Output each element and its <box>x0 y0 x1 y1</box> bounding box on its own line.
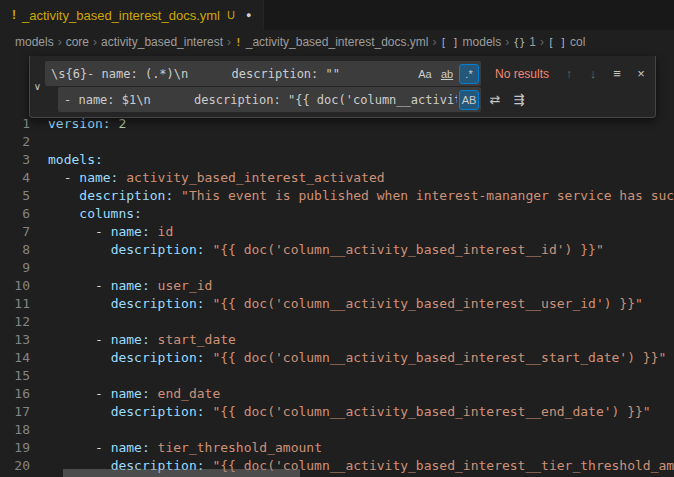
editor-tab[interactable]: ! _activity_based_interest_docs.yml U ● <box>0 0 264 30</box>
line-number: 7 <box>0 223 30 241</box>
line-number: 5 <box>0 187 30 205</box>
line-number: 8 <box>0 241 30 259</box>
whole-word-toggle[interactable]: ab <box>437 64 457 84</box>
breadcrumb-item[interactable]: !_activity_based_interest_docs.yml <box>235 35 428 49</box>
tab-bar: ! _activity_based_interest_docs.yml U ● <box>0 0 674 30</box>
breadcrumb-label: col <box>570 35 585 49</box>
breadcrumb-item[interactable]: models <box>15 35 54 49</box>
replace-all-button[interactable]: ⇶ <box>509 89 529 110</box>
breadcrumb-label: 1 <box>529 35 536 49</box>
preserve-case-toggle[interactable]: AB <box>459 90 479 110</box>
find-nav-icons: ↑ ↓ ≡ × <box>555 63 651 84</box>
code-line[interactable]: description: "This event is published wh… <box>48 187 674 205</box>
line-number: 6 <box>0 205 30 223</box>
breadcrumb-label: core <box>66 35 89 49</box>
find-in-selection-button[interactable]: ≡ <box>607 63 627 84</box>
breadcrumb-item[interactable]: activity_based_interest <box>101 35 223 49</box>
code-line[interactable]: models: <box>48 151 674 169</box>
line-number: 17 <box>0 403 30 421</box>
breadcrumb-separator: › <box>540 35 544 49</box>
find-widget-rows: \s{6}- name: (.*)\n description: "" Aa a… <box>45 56 655 117</box>
replace-input[interactable]: - name: $1\n description: "{{ doc('colum… <box>58 87 481 112</box>
breadcrumb-label: models <box>463 35 502 49</box>
unsaved-changes-dot-icon[interactable]: ● <box>246 10 251 20</box>
warning-icon: ! <box>12 8 16 22</box>
code-line[interactable]: - name: user_id <box>48 277 674 295</box>
code-line[interactable]: description: "{{ doc('column__activity_b… <box>48 241 674 259</box>
replace-row: - name: $1\n description: "{{ doc('colum… <box>45 87 651 112</box>
find-input[interactable]: \s{6}- name: (.*)\n description: "" Aa a… <box>45 61 481 86</box>
breadcrumb-item[interactable]: core <box>66 35 89 49</box>
horizontal-scrollbar[interactable] <box>63 469 300 477</box>
code-line[interactable] <box>48 367 674 385</box>
close-button[interactable]: × <box>631 63 651 84</box>
vscode-window: ! _activity_based_interest_docs.yml U ● … <box>0 0 674 477</box>
match-case-toggle[interactable]: Aa <box>415 64 435 84</box>
line-number: 2 <box>0 133 30 151</box>
breadcrumb-label: activity_based_interest <box>101 35 223 49</box>
code-line[interactable]: - name: id <box>48 223 674 241</box>
replace-text: - name: $1\n description: "{{ doc('colum… <box>64 93 457 107</box>
array-icon: [ ] <box>548 37 566 48</box>
code-line[interactable]: - name: start_date <box>48 331 674 349</box>
next-match-button[interactable]: ↓ <box>583 63 603 84</box>
line-number: 10 <box>0 277 30 295</box>
code-lines[interactable]: version: 2models: - name: activity_based… <box>48 115 674 475</box>
line-number: 14 <box>0 349 30 367</box>
breadcrumb-separator: › <box>227 35 231 49</box>
object-icon: {} <box>513 37 525 48</box>
breadcrumb-separator: › <box>93 35 97 49</box>
line-number: 4 <box>0 169 30 187</box>
chevron-down-icon: ∨ <box>34 81 41 92</box>
find-replace-widget: ∨ \s{6}- name: (.*)\n description: "" Aa… <box>29 56 656 118</box>
code-line[interactable]: description: "{{ doc('column__activity_b… <box>48 349 674 367</box>
regex-toggle[interactable]: .* <box>459 64 479 84</box>
toggle-replace-chevron-icon[interactable]: ∨ <box>30 56 45 117</box>
breadcrumb-item[interactable]: [ ]models <box>441 35 502 49</box>
replace-button[interactable]: ⇄ <box>485 89 505 110</box>
find-row: \s{6}- name: (.*)\n description: "" Aa a… <box>45 61 651 86</box>
breadcrumb-separator: › <box>505 35 509 49</box>
line-number: 15 <box>0 367 30 385</box>
line-number: 16 <box>0 385 30 403</box>
breadcrumb-item[interactable]: [ ]col <box>548 35 585 49</box>
warning-icon: ! <box>235 36 242 49</box>
breadcrumb: models›core›activity_based_interest›!_ac… <box>0 30 674 54</box>
array-icon: [ ] <box>441 37 459 48</box>
code-line[interactable] <box>48 259 674 277</box>
find-query-text: \s{6}- name: (.*)\n description: "" <box>51 67 413 81</box>
code-line[interactable]: columns: <box>48 205 674 223</box>
code-line[interactable] <box>48 313 674 331</box>
find-status: No results <box>495 67 549 81</box>
breadcrumb-separator: › <box>58 35 62 49</box>
line-number: 12 <box>0 313 30 331</box>
line-number: 1 <box>0 115 30 133</box>
code-line[interactable]: description: "{{ doc('column__activity_b… <box>48 403 674 421</box>
line-number: 11 <box>0 295 30 313</box>
line-number: 9 <box>0 259 30 277</box>
breadcrumb-separator: › <box>433 35 437 49</box>
code-line[interactable] <box>48 133 674 151</box>
breadcrumb-label: _activity_based_interest_docs.yml <box>246 35 429 49</box>
line-number: 19 <box>0 439 30 457</box>
line-number: 3 <box>0 151 30 169</box>
git-status-badge: U <box>227 9 235 21</box>
line-number: 13 <box>0 331 30 349</box>
breadcrumb-item[interactable]: {}1 <box>513 35 536 49</box>
code-line[interactable]: description: "{{ doc('column__activity_b… <box>48 295 674 313</box>
code-line[interactable]: - name: tier_threshold_amount <box>48 439 674 457</box>
previous-match-button[interactable]: ↑ <box>559 63 579 84</box>
code-line[interactable]: - name: activity_based_interest_activate… <box>48 169 674 187</box>
breadcrumb-label: models <box>15 35 54 49</box>
line-number: 20 <box>0 457 30 475</box>
line-numbers: 1234567891011121314151617181920 <box>0 115 30 475</box>
line-number: 18 <box>0 421 30 439</box>
code-line[interactable] <box>48 421 674 439</box>
tab-title: _activity_based_interest_docs.yml <box>22 8 220 23</box>
code-line[interactable]: - name: end_date <box>48 385 674 403</box>
